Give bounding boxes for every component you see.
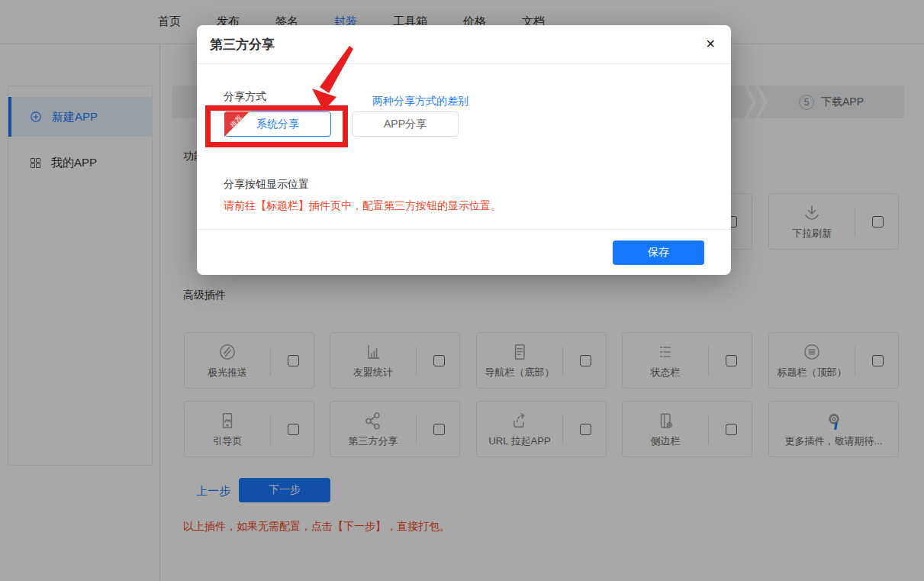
- app-packaging-page: 首页 发布 签名 封装 工具箱 价格 文档 封装/新建APP 新建APP 我的A…: [0, 0, 924, 581]
- share-method-label: 分享方式: [224, 90, 266, 104]
- modal-footer: 保存: [197, 229, 731, 275]
- system-share-label: 系统分享: [256, 118, 299, 131]
- close-icon[interactable]: ✕: [706, 38, 716, 50]
- save-button[interactable]: 保存: [613, 240, 704, 265]
- third-party-share-modal: 第三方分享 ✕ 分享方式 两种分享方式的差别 推荐 系统分享 APP分享 分享按…: [197, 25, 731, 275]
- modal-header: 第三方分享 ✕: [197, 25, 731, 64]
- share-method-diff-link[interactable]: 两种分享方式的差别: [372, 95, 468, 108]
- position-warning-text: 请前往【标题栏】插件页中，配置第三方按钮的显示位置。: [224, 199, 501, 213]
- app-share-option[interactable]: APP分享: [352, 111, 459, 137]
- modal-title: 第三方分享: [210, 36, 275, 53]
- recommended-ribbon-label: 推荐: [224, 109, 249, 134]
- button-position-label: 分享按钮显示位置: [224, 178, 309, 192]
- system-share-option[interactable]: 推荐 系统分享: [224, 111, 331, 137]
- app-share-label: APP分享: [384, 118, 427, 131]
- recommended-ribbon: 推荐: [224, 111, 250, 137]
